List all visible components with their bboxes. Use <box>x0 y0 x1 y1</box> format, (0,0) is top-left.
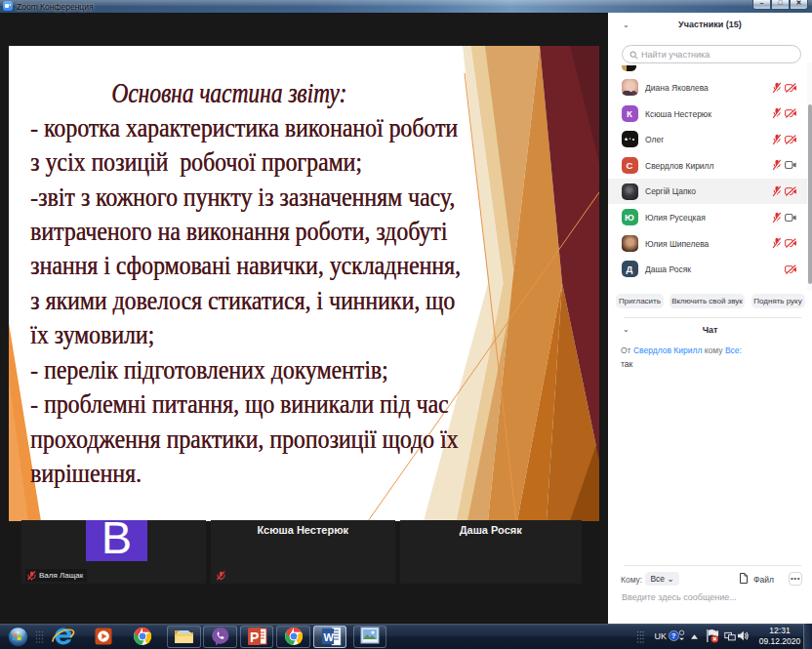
svg-text:P: P <box>250 629 259 645</box>
svg-text:W: W <box>324 631 335 643</box>
svg-text:?: ? <box>671 631 676 640</box>
